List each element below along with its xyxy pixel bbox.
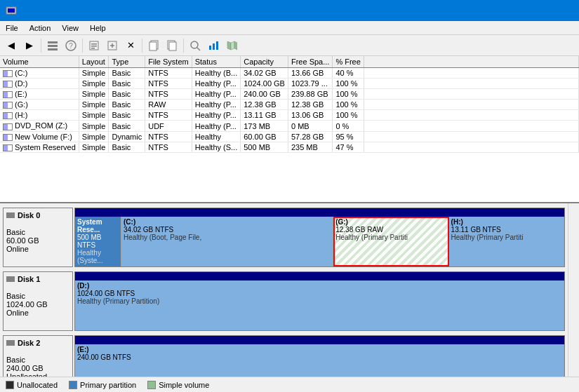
- menu-action[interactable]: Action: [24, 21, 57, 34]
- svg-rect-4: [48, 45, 58, 47]
- legend-unallocated-box: [6, 381, 14, 389]
- partition-cell[interactable]: (H:)13.11 GB NTFSHealthy (Primary Partit…: [449, 217, 564, 266]
- svg-rect-3: [48, 41, 58, 43]
- partition-cell[interactable]: System Rese...500 MB NTFSHealthy (Syste.…: [75, 217, 121, 266]
- svg-rect-10: [91, 46, 97, 47]
- back-button[interactable]: ◀: [3, 37, 20, 54]
- col-free[interactable]: Free Spa...: [288, 56, 332, 68]
- table-row[interactable]: New Volume (F:) Simple Dynamic NTFS Heal…: [0, 131, 579, 142]
- svg-marker-24: [227, 41, 231, 50]
- cell-free: 13.06 GB: [288, 110, 332, 121]
- disk-parts-row: (D:)1024.00 GB NTFSHealthy (Primary Part…: [75, 281, 564, 330]
- cell-capacity: 34.02 GB: [241, 68, 288, 79]
- disk-partitions-wrapper: (D:)1024.00 GB NTFSHealthy (Primary Part…: [74, 271, 565, 331]
- table-row[interactable]: (G:) Simple Basic RAW Healthy (P... 12.3…: [0, 100, 579, 110]
- partition-cell[interactable]: (G:)12.38 GB RAWHealthy (Primary Partiti: [333, 217, 448, 266]
- legend-primary: Primary partition: [69, 381, 136, 389]
- table-row[interactable]: (D:) Simple Basic NTFS Healthy (P... 102…: [0, 79, 579, 89]
- cell-status: Healthy (P...: [192, 79, 241, 89]
- maximize-button[interactable]: [509, 0, 541, 21]
- properties-button[interactable]: [86, 37, 102, 54]
- cell-volume: New Volume (F:): [0, 131, 79, 142]
- partition-cell[interactable]: (E:)240.00 GB NTFS: [75, 344, 564, 377]
- map-button[interactable]: [223, 37, 240, 54]
- cell-free: 0 MB: [288, 121, 332, 131]
- cell-free: 235 MB: [288, 142, 332, 152]
- col-fs[interactable]: File System: [145, 56, 192, 68]
- svg-marker-26: [234, 41, 237, 50]
- delete-button[interactable]: ✕: [122, 37, 139, 54]
- cell-volume: (E:): [0, 89, 79, 100]
- cell-layout: Simple: [79, 142, 109, 152]
- partition-cell[interactable]: (C:)34.02 GB NTFSHealthy (Boot, Page Fil…: [121, 217, 333, 266]
- svg-rect-9: [91, 43, 97, 45]
- col-volume[interactable]: Volume: [0, 56, 79, 68]
- cell-free: 13.66 GB: [288, 68, 332, 79]
- disk-label: Disk 2Basic240.00 GBUnallocated: [3, 335, 73, 377]
- cell-type: Basic: [109, 79, 145, 89]
- cell-layout: Simple: [79, 68, 109, 79]
- cell-extra: [364, 79, 578, 89]
- cell-type: Basic: [109, 68, 145, 79]
- table-row[interactable]: DVD_ROM (Z:) Simple Basic UDF Healthy (P…: [0, 121, 579, 131]
- cell-fs: NTFS: [145, 142, 192, 152]
- legend-bar: Unallocated Primary partition Simple vol…: [0, 377, 579, 392]
- menu-view[interactable]: View: [56, 21, 84, 34]
- cell-capacity: 500 MB: [241, 142, 288, 152]
- cell-status: Healthy (P...: [192, 100, 241, 110]
- table-row[interactable]: (C:) Simple Basic NTFS Healthy (B... 34.…: [0, 68, 579, 79]
- menu-help[interactable]: Help: [84, 21, 112, 34]
- disk-view-area[interactable]: Disk 0Basic60.00 GBOnlineSystem Rese...5…: [0, 203, 568, 377]
- volume-table-area: Volume Layout Type File System Status Ca…: [0, 56, 579, 203]
- disk-label: Disk 1Basic1024.00 GBOnline: [3, 271, 73, 331]
- table-row[interactable]: (E:) Simple Basic NTFS Healthy (P... 240…: [0, 89, 579, 100]
- scrollbar[interactable]: [568, 203, 579, 377]
- cell-volume: System Reserved: [0, 142, 79, 152]
- chart-button[interactable]: [205, 37, 222, 54]
- show-tree-button[interactable]: [44, 37, 61, 54]
- col-pct[interactable]: % Free: [333, 56, 364, 68]
- cell-layout: Simple: [79, 131, 109, 142]
- cell-layout: Simple: [79, 121, 109, 131]
- separator-2: [82, 39, 83, 53]
- cell-volume: (D:): [0, 79, 79, 89]
- search-button[interactable]: [187, 37, 204, 54]
- legend-unallocated: Unallocated: [6, 381, 58, 389]
- svg-rect-22: [213, 43, 215, 50]
- cell-pct: 100 %: [333, 110, 364, 121]
- close-button[interactable]: [541, 0, 573, 21]
- col-layout[interactable]: Layout: [79, 56, 109, 68]
- menu-file[interactable]: File: [0, 21, 24, 34]
- col-extra: [364, 56, 578, 68]
- help-button[interactable]: ?: [62, 37, 79, 54]
- legend-simple-label: Simple volume: [159, 381, 209, 389]
- new-button[interactable]: [104, 37, 121, 54]
- title-bar: [0, 0, 579, 21]
- partition-cell[interactable]: (D:)1024.00 GB NTFSHealthy (Primary Part…: [75, 281, 564, 330]
- toolbar: ◀ ▶ ? ✕: [0, 35, 579, 56]
- window-controls: [477, 0, 573, 21]
- col-status[interactable]: Status: [192, 56, 241, 68]
- svg-rect-21: [209, 46, 211, 50]
- cell-layout: Simple: [79, 89, 109, 100]
- forward-button[interactable]: ▶: [21, 37, 38, 54]
- minimize-button[interactable]: [477, 0, 509, 21]
- table-row[interactable]: System Reserved Simple Basic NTFS Health…: [0, 142, 579, 152]
- cell-pct: 100 %: [333, 79, 364, 89]
- copy-button[interactable]: [145, 37, 162, 54]
- cell-volume: (G:): [0, 100, 79, 110]
- cell-extra: [364, 131, 578, 142]
- col-type[interactable]: Type: [109, 56, 145, 68]
- cell-type: Basic: [109, 89, 145, 100]
- table-row[interactable]: (H:) Simple Basic NTFS Healthy (P... 13.…: [0, 110, 579, 121]
- cell-extra: [364, 100, 578, 110]
- cell-type: Basic: [109, 142, 145, 152]
- cell-pct: 47 %: [333, 142, 364, 152]
- disk-row: Disk 2Basic240.00 GBUnallocated(E:)240.0…: [3, 335, 565, 377]
- cell-capacity: 1024.00 GB: [241, 79, 288, 89]
- cell-capacity: 60.00 GB: [241, 131, 288, 142]
- col-capacity[interactable]: Capacity: [241, 56, 288, 68]
- cell-capacity: 240.00 GB: [241, 89, 288, 100]
- cell-type: Basic: [109, 110, 145, 121]
- paste-button[interactable]: [164, 37, 180, 54]
